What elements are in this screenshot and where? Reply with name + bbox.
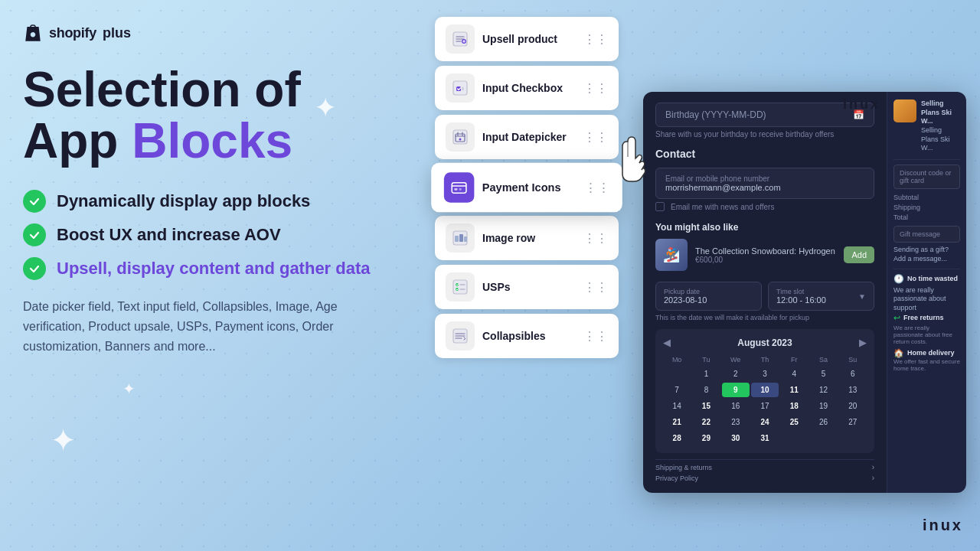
time-slot-field[interactable]: Time slot 12:00 - 16:00 ▼	[768, 282, 874, 311]
block-svg-usps	[452, 279, 469, 295]
cal-day-17[interactable]: 17	[751, 399, 779, 413]
drag-handle-datepicker[interactable]: ⋮⋮	[583, 130, 608, 145]
block-svg-checkbox	[452, 80, 469, 96]
privacy-policy-row[interactable]: Privacy Policy ›	[655, 474, 874, 482]
cal-day-empty-1	[663, 367, 691, 381]
cal-header-th: Th	[751, 354, 779, 365]
cal-day-4[interactable]: 4	[780, 367, 808, 381]
cal-day-31[interactable]: 31	[751, 431, 779, 445]
time-slot-info: Time slot 12:00 - 16:00	[776, 288, 826, 305]
cal-day-30[interactable]: 30	[722, 431, 750, 445]
block-payment-icons[interactable]: Payment Icons ⋮⋮	[431, 163, 622, 212]
cal-day-16[interactable]: 16	[722, 399, 750, 413]
email-checkbox[interactable]	[655, 202, 665, 211]
svg-rect-8	[454, 188, 457, 191]
block-input-checkbox[interactable]: Input Checkbox ⋮⋮	[435, 66, 619, 110]
drag-handle-usps[interactable]: ⋮⋮	[583, 280, 608, 295]
block-image-row[interactable]: Image row ⋮⋮	[435, 216, 619, 260]
cal-day-12[interactable]: 12	[809, 383, 837, 397]
contact-section-title: Contact	[655, 148, 874, 160]
block-input-datepicker[interactable]: Input Datepicker ⋮⋮	[435, 115, 619, 159]
svg-rect-9	[459, 188, 462, 191]
pickup-date-value: 2023-08-10	[664, 295, 753, 305]
drag-handle-collapsibles[interactable]: ⋮⋮	[583, 329, 608, 344]
contact-email-field[interactable]: Email or mobile phone number morrisherma…	[655, 168, 874, 199]
feature-item-2: Boost UX and increase AOV	[23, 223, 429, 246]
subtotal-row: Subtotal	[893, 194, 960, 201]
shipping-returns-row[interactable]: Shipping & returns ›	[655, 459, 874, 471]
shopify-bag-icon	[23, 23, 43, 43]
main-shop-panel: Birthday (YYYY-MM-DD) 📅 Share with us yo…	[643, 92, 887, 493]
birthday-input-field[interactable]: Birthday (YYYY-MM-DD) 📅	[655, 103, 874, 127]
cal-day-10[interactable]: 10	[751, 383, 779, 397]
drag-handle-upsell[interactable]: ⋮⋮	[583, 32, 608, 47]
discount-input[interactable]: Discount code or gift card	[893, 165, 960, 189]
svg-rect-7	[452, 183, 466, 194]
cal-day-20[interactable]: 20	[839, 399, 867, 413]
free-returns-text: We are really passionate about free retu…	[893, 324, 960, 345]
cal-day-3[interactable]: 3	[751, 367, 779, 381]
cal-day-6[interactable]: 6	[839, 367, 867, 381]
cal-day-empty-4	[839, 431, 867, 445]
cal-day-15[interactable]: 15	[692, 399, 720, 413]
block-label-collapsibles: Collapsibles	[482, 330, 576, 342]
block-icon-payment	[444, 172, 475, 203]
block-label-upsell: Upsell product	[482, 33, 576, 45]
home-icon: 🏠	[893, 348, 904, 358]
cal-day-23[interactable]: 23	[722, 415, 750, 429]
email-newsletter-checkbox-row[interactable]: Email me with news and offers	[655, 202, 874, 211]
cal-day-5[interactable]: 5	[809, 367, 837, 381]
cal-day-empty-2	[780, 431, 808, 445]
svg-rect-13	[464, 236, 467, 242]
cal-day-26[interactable]: 26	[809, 415, 837, 429]
check-icon-3	[23, 257, 46, 280]
subtotal-label: Subtotal	[893, 194, 919, 201]
shipping-calc-label: Shipping	[893, 204, 920, 211]
cal-day-19[interactable]: 19	[809, 399, 837, 413]
pickup-date-field[interactable]: Pickup date 2023-08-10	[655, 282, 762, 311]
block-svg-imagerow	[452, 230, 469, 246]
pickup-section: Pickup date 2023-08-10 Time slot 12:00 -…	[655, 282, 874, 321]
cal-header-fr: Fr	[780, 354, 808, 365]
free-returns-label: Free returns	[903, 314, 944, 321]
calendar-next-button[interactable]: ▶	[859, 337, 867, 348]
cal-day-28[interactable]: 28	[663, 431, 691, 445]
cal-day-7[interactable]: 7	[663, 383, 691, 397]
product-name: The Collection Snowboard: Hydrogen	[695, 246, 836, 256]
check-icon-1	[23, 190, 46, 213]
block-svg-payment	[450, 179, 468, 197]
cal-day-14[interactable]: 14	[663, 399, 691, 413]
cal-day-11[interactable]: 11	[780, 383, 808, 397]
headline-highlight: Blocks	[132, 113, 292, 168]
home-delivery-label: Home delivery	[907, 349, 955, 357]
cal-day-22[interactable]: 22	[692, 415, 720, 429]
drag-handle-imagerow[interactable]: ⋮⋮	[583, 231, 608, 246]
add-product-button[interactable]: Add	[844, 246, 874, 263]
cal-day-1[interactable]: 1	[692, 367, 720, 381]
feature-text-3: Upsell, display content and gather data	[57, 259, 371, 279]
cal-day-8[interactable]: 8	[692, 383, 720, 397]
cal-day-27[interactable]: 27	[839, 415, 867, 429]
drag-handle-payment[interactable]: ⋮⋮	[584, 180, 609, 195]
blocks-panel: Upsell product ⋮⋮ Input Checkbox ⋮⋮ Inpu…	[435, 17, 619, 358]
cal-day-2[interactable]: 2	[722, 367, 750, 381]
cal-day-21[interactable]: 21	[663, 415, 691, 429]
no-time-label: No time wasted	[907, 275, 958, 282]
cal-day-9[interactable]: 9	[722, 383, 750, 397]
calendar-prev-button[interactable]: ◀	[663, 337, 671, 348]
cal-day-13[interactable]: 13	[839, 383, 867, 397]
cal-day-25[interactable]: 25	[780, 415, 808, 429]
block-upsell-product[interactable]: Upsell product ⋮⋮	[435, 17, 619, 61]
home-delivery-text: We offer fast and secure home trace.	[893, 358, 960, 372]
block-collapsibles[interactable]: Collapsibles ⋮⋮	[435, 314, 619, 358]
product-price: €600,00	[695, 256, 836, 264]
cal-day-24[interactable]: 24	[751, 415, 779, 429]
shopify-plus-label: plus	[103, 25, 131, 41]
drag-handle-checkbox[interactable]: ⋮⋮	[583, 81, 608, 96]
cal-header-we: We	[722, 354, 750, 365]
cal-day-29[interactable]: 29	[692, 431, 720, 445]
cal-day-18[interactable]: 18	[780, 399, 808, 413]
block-usps[interactable]: USPs ⋮⋮	[435, 265, 619, 309]
feature-text-2: Boost UX and increase AOV	[57, 225, 281, 245]
side-product-subtitle: Selling Plans Ski W...	[921, 126, 960, 153]
